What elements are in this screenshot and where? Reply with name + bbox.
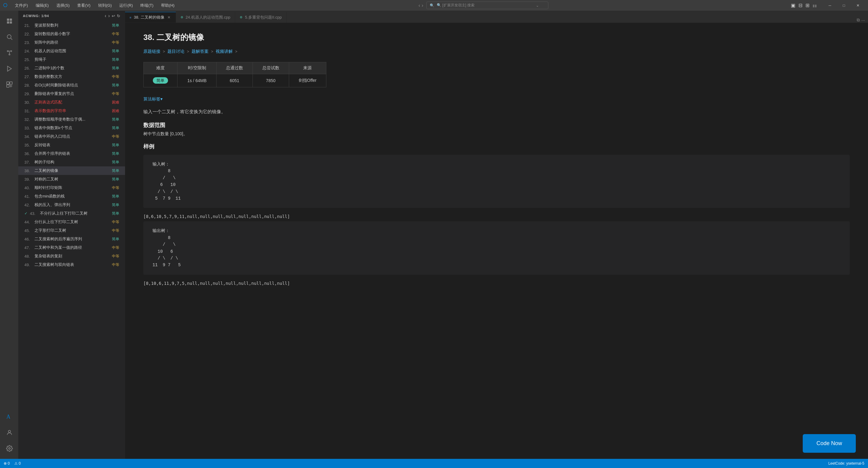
nav-prev[interactable]: ‹ xyxy=(104,13,106,19)
sidebar-item-num: 26. xyxy=(24,66,33,70)
menu-help[interactable]: 帮助(H) xyxy=(159,2,176,9)
sidebar-item-name: 分行从上往下打印二叉树 xyxy=(34,219,78,225)
sidebar-item[interactable]: 27. 数值的整数次方 中等 xyxy=(18,72,125,81)
sidebar-item-name: 正则表达式匹配 xyxy=(34,99,62,105)
minimize-button[interactable]: ─ xyxy=(823,0,837,11)
sidebar-item[interactable]: 34. 链表中环的入口结点 中等 xyxy=(18,132,125,141)
menu-edit[interactable]: 编辑(E) xyxy=(34,2,50,9)
tab[interactable]: ⚙ 24.机器人的运动范围.cpp xyxy=(176,12,236,23)
sidebar-item[interactable]: 38. 二叉树的镜像 简单 xyxy=(18,166,125,175)
sidebar-item-name: 二叉树的镜像 xyxy=(34,168,58,173)
sidebar-item[interactable]: 41. 包含min函数的栈 简单 xyxy=(18,192,125,201)
tab[interactable]: ≡ 38. 二叉树的镜像 ✕ xyxy=(125,12,176,23)
activity-search[interactable] xyxy=(1,29,17,45)
sidebar-item-num: 42. xyxy=(24,203,33,207)
more-actions-icon[interactable]: ··· xyxy=(861,18,865,23)
sidebar-item[interactable]: 24. 机器人的运动范围 简单 xyxy=(18,47,125,55)
sidebar-item[interactable]: 39. 对称的二叉树 简单 xyxy=(18,175,125,183)
sidebar-item[interactable]: 29. 删除链表中重复的节点 中等 xyxy=(18,89,125,98)
menu-goto[interactable]: 转到(G) xyxy=(97,2,114,9)
tab[interactable]: ⚙ 5.多重背包问题II.cpp xyxy=(235,12,287,23)
algo-tag-button[interactable]: 算法标签▾ xyxy=(143,96,162,102)
activity-acwing[interactable]: A xyxy=(1,409,17,425)
nav-undo[interactable]: ↩ xyxy=(112,14,115,18)
sidebar-item[interactable]: 40. 顺时针打印矩阵 中等 xyxy=(18,183,125,192)
sidebar-item[interactable]: 33. 链表中倒数第k个节点 简单 xyxy=(18,124,125,132)
sidebar-item[interactable]: ✓ 43. 不分行从上往下打印二叉树 简单 xyxy=(18,209,125,218)
activity-extensions[interactable] xyxy=(1,77,17,92)
sidebar-item[interactable]: 42. 栈的压入、弹出序列 简单 xyxy=(18,201,125,209)
link-original[interactable]: 原题链接 xyxy=(143,49,160,54)
status-warnings[interactable]: ⚠ 0 xyxy=(14,461,21,466)
menu-file[interactable]: 文件(F) xyxy=(13,2,30,9)
split-editor-icon[interactable]: ⧉ xyxy=(857,18,860,23)
link-discussion[interactable]: 题目讨论 xyxy=(167,49,185,54)
val-limit: 1s / 64MB xyxy=(178,74,216,87)
sidebar-item[interactable]: 30. 正则表达式匹配 困难 xyxy=(18,98,125,107)
menu-run[interactable]: 运行(R) xyxy=(118,2,134,9)
sidebar-item[interactable]: 36. 合并两个排序的链表 简单 xyxy=(18,149,125,158)
nav-refresh[interactable]: ↻ xyxy=(117,14,121,18)
title-bar-left: ⎔ 文件(F) 编辑(E) 选择(S) 查看(V) 转到(G) 运行(R) 终端… xyxy=(3,2,176,9)
sidebar-item[interactable]: 31. 表示数值的字符串 困难 xyxy=(18,107,125,115)
close-button[interactable]: ✕ xyxy=(851,0,865,11)
sidebar-item-num: 30. xyxy=(24,100,33,105)
maximize-button[interactable]: □ xyxy=(837,0,851,11)
tab-icon: ⚙ xyxy=(240,16,243,19)
nav-back[interactable]: ‹ xyxy=(418,3,420,8)
sidebar-item-left: 37. 树的子结构 xyxy=(24,159,111,165)
sidebar-item[interactable]: 25. 剪绳子 简单 xyxy=(18,55,125,64)
problem-links: 原题链接 > 题目讨论 > 题解答案 > 视频讲解 > xyxy=(143,49,850,54)
status-bar: ⊗ 0 ⚠ 0 LeetCode: yseternal-5 xyxy=(0,459,868,468)
sidebar-item-name: 斐波那契数列 xyxy=(34,23,58,28)
sidebar-item[interactable]: 21. 斐波那契数列 简单 xyxy=(18,21,125,30)
link-solutions[interactable]: 题解答案 xyxy=(191,49,209,54)
sidebar-item[interactable]: 47. 二叉树中和为某一值的路径 中等 xyxy=(18,243,125,252)
sidebar-item-difficulty: 中等 xyxy=(111,31,121,37)
sidebar-item[interactable]: 22. 旋转数组的最小数字 中等 xyxy=(18,30,125,38)
layout-icon-4[interactable]: ⚏ xyxy=(812,2,817,8)
tab-label: 5.多重背包问题II.cpp xyxy=(245,14,282,20)
output-array: [8,10,6,11,9,7,5,null,null,null,null,nul… xyxy=(143,281,850,286)
sidebar-item[interactable]: 37. 树的子结构 简单 xyxy=(18,158,125,166)
status-errors[interactable]: ⊗ 0 xyxy=(4,461,10,466)
menu-view[interactable]: 查看(V) xyxy=(75,2,92,9)
svg-rect-0 xyxy=(7,19,9,21)
sidebar-item[interactable]: 45. 之字形打印二叉树 中等 xyxy=(18,226,125,235)
sidebar-item-num: 39. xyxy=(24,177,33,182)
menu-terminal[interactable]: 终端(T) xyxy=(139,2,155,9)
sidebar-item-num: 48. xyxy=(24,254,33,259)
activity-account[interactable] xyxy=(1,425,17,441)
layout-icon-1[interactable]: ▣ xyxy=(791,2,796,8)
col-attempts: 总尝试数 xyxy=(252,62,289,74)
activity-scm[interactable] xyxy=(1,45,17,61)
sidebar-item-left: 40. 顺时针打印矩阵 xyxy=(24,185,111,191)
sidebar-item[interactable]: 46. 二叉搜索树的后序遍历序列 简单 xyxy=(18,235,125,243)
menu-select[interactable]: 选择(S) xyxy=(55,2,71,9)
sidebar-item-num: 24. xyxy=(24,49,33,53)
activity-settings[interactable] xyxy=(1,441,17,457)
sidebar-item[interactable]: 32. 调整数组顺序使奇数位于偶... 简单 xyxy=(18,115,125,124)
sidebar-item-name: 对称的二叉树 xyxy=(34,176,58,182)
link-video[interactable]: 视频讲解 xyxy=(216,49,233,54)
search-bar[interactable]: 🔍 🔍 [扩展开发宿主] 搜索 ⌄ xyxy=(426,2,548,9)
activity-debug[interactable] xyxy=(1,61,17,77)
layout-icon-3[interactable]: ⊞ xyxy=(805,2,809,8)
layout-icon-2[interactable]: ⊟ xyxy=(799,2,802,8)
nav-next[interactable]: › xyxy=(108,13,110,19)
code-now-button[interactable]: Code Now xyxy=(803,434,856,453)
sidebar-item[interactable]: 26. 二进制中1的个数 简单 xyxy=(18,64,125,72)
nav-forward[interactable]: › xyxy=(422,3,423,8)
sidebar-item[interactable]: 49. 二叉搜索树与双向链表 中等 xyxy=(18,260,125,269)
sidebar-item[interactable]: 23. 矩阵中的路径 中等 xyxy=(18,38,125,47)
sidebar-item-num: 21. xyxy=(24,23,33,28)
editor-area: ≡ 38. 二叉树的镜像 ✕ ⚙ 24.机器人的运动范围.cpp ⚙ 5.多重背… xyxy=(125,11,868,459)
tab-close-icon[interactable]: ✕ xyxy=(167,14,171,20)
svg-rect-11 xyxy=(10,82,12,84)
sidebar-item[interactable]: 48. 复杂链表的复刻 中等 xyxy=(18,252,125,260)
sidebar-item[interactable]: 44. 分行从上往下打印二叉树 中等 xyxy=(18,218,125,226)
sidebar-item-name: 合并两个排序的链表 xyxy=(34,151,70,156)
sidebar-item[interactable]: 35. 反转链表 简单 xyxy=(18,141,125,149)
sidebar-item[interactable]: 28. 在O(1)时间删除链表结点 简单 xyxy=(18,81,125,89)
activity-explorer[interactable] xyxy=(1,13,17,29)
